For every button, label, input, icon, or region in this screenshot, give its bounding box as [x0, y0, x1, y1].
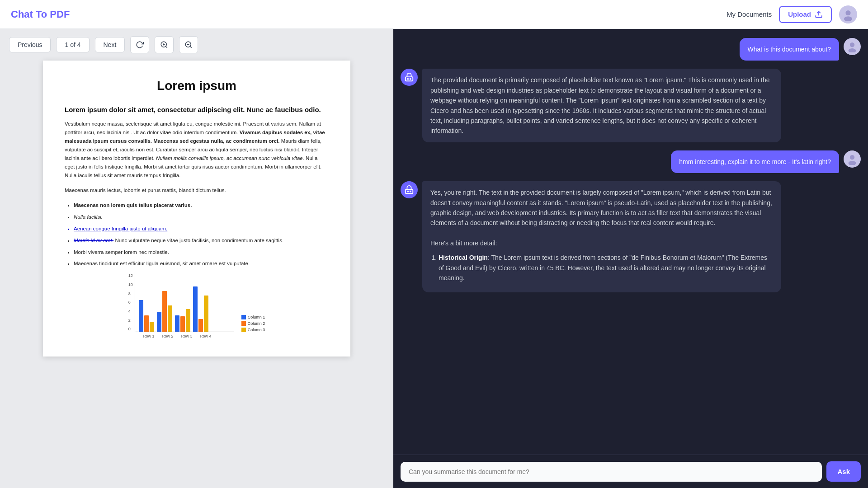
y-label: 4 — [128, 309, 133, 314]
chart-legend: Column 1 Column 2 Column 3 — [241, 315, 265, 332]
previous-button[interactable]: Previous — [9, 37, 51, 52]
list-item: Aenean congue fringilla justo ut aliquam… — [74, 224, 329, 234]
upload-icon — [815, 10, 823, 19]
bot-icon — [404, 185, 414, 195]
pdf-title: Lorem ipsum — [65, 79, 329, 93]
logo: Chat To PDF — [11, 9, 70, 20]
legend-item-col3: Column 3 — [241, 328, 265, 332]
chart-and-legend: 0 2 4 6 8 10 12 — [128, 273, 265, 332]
chart-group — [175, 309, 190, 332]
x-label: Row 1 — [139, 334, 158, 338]
chart-bars — [135, 273, 234, 332]
user-avatar — [844, 150, 861, 168]
ai-bubble: The provided document is primarily compo… — [422, 69, 781, 142]
svg-rect-17 — [406, 189, 413, 193]
svg-point-2 — [844, 16, 852, 21]
list-item: Maecenas non lorem quis tellus placerat … — [74, 201, 329, 211]
avatar — [839, 5, 857, 23]
y-label: 0 — [128, 327, 133, 331]
next-button[interactable]: Next — [95, 37, 125, 52]
svg-point-18 — [407, 191, 408, 192]
zoom-out-icon — [184, 41, 193, 49]
user-icon — [846, 153, 858, 165]
list-item: Maecenas tincidunt est efficitur ligula … — [74, 259, 329, 269]
user-icon — [846, 41, 858, 52]
bar-orange — [144, 315, 149, 332]
svg-point-10 — [850, 42, 854, 47]
upload-button[interactable]: Upload — [779, 6, 832, 23]
logo-text: Chat To — [11, 9, 47, 20]
y-label: 2 — [128, 318, 133, 323]
bar-orange — [198, 319, 203, 332]
pdf-subtitle: Lorem ipsum dolor sit amet, consectetur … — [65, 106, 329, 113]
x-label: Row 3 — [177, 334, 196, 338]
extra-label: Here's a bit more detail: — [430, 238, 773, 248]
my-documents-button[interactable]: My Documents — [726, 10, 772, 18]
y-label: 8 — [128, 291, 133, 296]
zoom-out-button[interactable] — [179, 36, 198, 53]
bar-blue — [175, 315, 179, 332]
pdf-document: Lorem ipsum Lorem ipsum dolor sit amet, … — [43, 61, 350, 357]
svg-point-1 — [845, 10, 850, 15]
chart-group — [157, 291, 172, 332]
svg-line-8 — [190, 46, 192, 47]
user-avatar-icon — [842, 8, 854, 21]
chat-input[interactable] — [401, 462, 822, 482]
user-bubble: What is this document about? — [740, 38, 839, 61]
bar-blue — [157, 312, 161, 332]
list-item: Historical Origin: The Lorem ipsum text … — [439, 253, 773, 283]
list-item: Nulla facilisi. — [74, 212, 329, 222]
message-text: Yes, you're right. The text in the provi… — [430, 188, 773, 228]
ask-button[interactable]: Ask — [826, 461, 861, 482]
chart-group — [193, 286, 208, 332]
x-label: Row 2 — [158, 334, 177, 338]
svg-rect-12 — [406, 77, 413, 81]
ai-avatar — [401, 69, 418, 86]
ai-bubble: Yes, you're right. The text in the provi… — [422, 181, 781, 292]
svg-point-15 — [850, 155, 854, 160]
page-indicator: 1 of 4 — [56, 37, 89, 52]
chat-input-area: Ask — [393, 455, 868, 488]
user-message-1: What is this document about? — [401, 38, 861, 61]
bar-yellow — [186, 309, 190, 332]
user-message-2: hmm interesting, explain it to me more -… — [401, 150, 861, 173]
user-avatar — [844, 38, 861, 55]
y-label: 10 — [128, 282, 133, 287]
bar-yellow — [204, 296, 208, 332]
header: Chat To PDF My Documents Upload — [0, 0, 868, 29]
user-bubble: hmm interesting, explain it to me more -… — [671, 150, 839, 173]
main-layout: Previous 1 of 4 Next Lorem ipsum Lorem i… — [0, 29, 868, 488]
chart-x-labels: Row 1 Row 2 Row 3 Row 4 — [139, 334, 215, 338]
bar-blue — [139, 300, 143, 332]
pdf-para-2: Maecenas mauris lectus, lobortis et puru… — [65, 186, 329, 194]
legend-color-col2 — [241, 321, 246, 326]
list-item: Mauris id ex erat. Nunc vulputate neque … — [74, 236, 329, 246]
message-text: The provided document is primarily compo… — [430, 76, 769, 134]
legend-item-col1: Column 1 — [241, 315, 265, 319]
svg-point-13 — [407, 79, 408, 80]
svg-point-14 — [410, 79, 411, 80]
bot-icon — [404, 72, 414, 82]
chart-container: 0 2 4 6 8 10 12 — [128, 273, 265, 338]
upload-label: Upload — [788, 10, 811, 18]
svg-point-16 — [849, 161, 856, 165]
pdf-panel: Previous 1 of 4 Next Lorem ipsum Lorem i… — [0, 29, 393, 488]
svg-point-19 — [410, 191, 411, 192]
legend-label-col2: Column 2 — [248, 321, 265, 326]
y-label: 12 — [128, 273, 133, 278]
message-list: Historical Origin: The Lorem ipsum text … — [439, 253, 773, 283]
pdf-body-1: Vestibulum neque massa, scelerisque sit … — [65, 120, 329, 180]
ai-avatar — [401, 181, 418, 198]
bar-orange — [180, 316, 185, 332]
legend-color-col1 — [241, 315, 246, 319]
legend-item-col2: Column 2 — [241, 321, 265, 326]
svg-point-11 — [849, 48, 856, 52]
bar-yellow — [150, 322, 154, 332]
message-text: hmm interesting, explain it to me more -… — [679, 158, 831, 165]
refresh-button[interactable] — [130, 36, 149, 53]
y-label: 6 — [128, 300, 133, 305]
legend-label-col3: Column 3 — [248, 328, 265, 332]
refresh-icon — [136, 41, 144, 49]
chart-group — [139, 300, 154, 332]
zoom-in-button[interactable] — [155, 36, 174, 53]
